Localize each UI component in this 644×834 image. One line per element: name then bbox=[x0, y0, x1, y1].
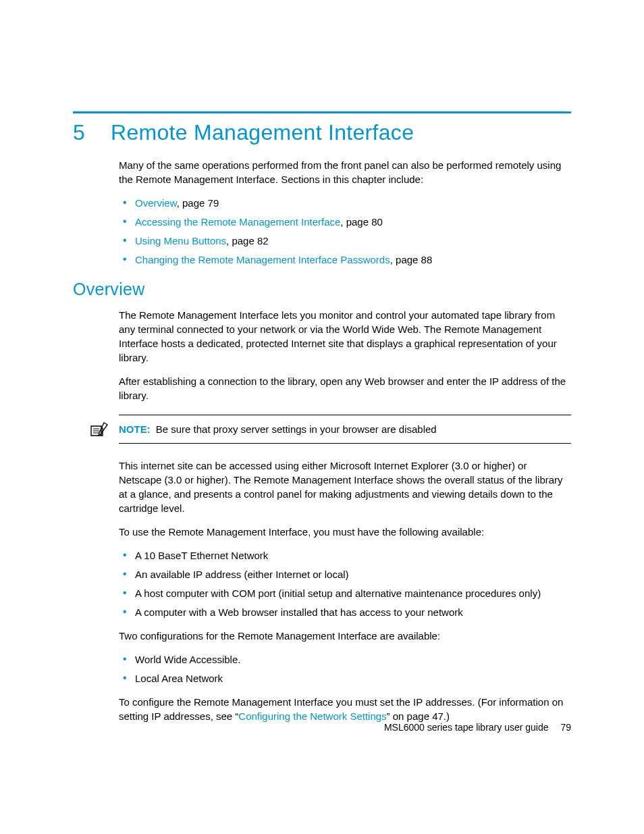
note-label: NOTE: bbox=[119, 423, 151, 435]
footer-page-number: 79 bbox=[560, 722, 571, 733]
toc-suffix: , page 82 bbox=[226, 235, 269, 246]
intro-paragraph: Many of the same operations performed fr… bbox=[119, 158, 571, 186]
note-body: Be sure that proxy server settings in yo… bbox=[156, 423, 437, 435]
toc-item: Overview, page 79 bbox=[135, 196, 571, 210]
overview-p2: After establishing a connection to the l… bbox=[119, 374, 571, 402]
chapter-title: Remote Management Interface bbox=[111, 120, 414, 145]
p6-post: ” on page 47.) bbox=[387, 710, 450, 722]
list-item: Local Area Network bbox=[135, 671, 571, 685]
requirements-list: A 10 BaseT Ethernet Network An available… bbox=[119, 548, 571, 619]
overview-p3: This internet site can be accessed using… bbox=[119, 459, 571, 515]
toc-suffix: , page 79 bbox=[177, 197, 219, 209]
toc-link[interactable]: Accessing the Remote Management Interfac… bbox=[135, 216, 340, 228]
list-item: An available IP address (either Internet… bbox=[135, 567, 571, 581]
section-heading-overview: Overview bbox=[73, 278, 571, 301]
toc-item: Using Menu Buttons, page 82 bbox=[135, 234, 571, 248]
chapter-number: 5 bbox=[73, 120, 111, 145]
toc-item: Changing the Remote Management Interface… bbox=[135, 253, 571, 267]
toc-suffix: , page 80 bbox=[340, 216, 383, 228]
overview-p5: Two configurations for the Remote Manage… bbox=[119, 629, 571, 643]
page: 5 Remote Management Interface Many of th… bbox=[0, 0, 644, 834]
toc-link[interactable]: Using Menu Buttons bbox=[135, 235, 226, 246]
overview-p4: To use the Remote Management Interface, … bbox=[119, 525, 571, 539]
page-footer: MSL6000 series tape library user guide 7… bbox=[384, 722, 571, 733]
toc-list: Overview, page 79 Accessing the Remote M… bbox=[119, 196, 571, 267]
config-network-link[interactable]: Configuring the Network Settings bbox=[238, 710, 386, 722]
chapter-heading: 5 Remote Management Interface bbox=[73, 120, 571, 145]
list-item: World Wide Accessible. bbox=[135, 652, 571, 667]
overview-p6: To configure the Remote Management Inter… bbox=[119, 695, 571, 723]
toc-link[interactable]: Overview bbox=[135, 197, 177, 209]
toc-suffix: , page 88 bbox=[390, 254, 433, 265]
list-item: A 10 BaseT Ethernet Network bbox=[135, 548, 571, 563]
list-item: A host computer with COM port (initial s… bbox=[135, 586, 571, 600]
chapter-rule bbox=[73, 111, 571, 113]
body-column: Many of the same operations performed fr… bbox=[119, 158, 571, 733]
footer-title: MSL6000 series tape library user guide bbox=[384, 722, 549, 733]
configs-list: World Wide Accessible. Local Area Networ… bbox=[119, 652, 571, 685]
note-icon bbox=[89, 421, 109, 438]
note-block: NOTE:Be sure that proxy server settings … bbox=[119, 415, 571, 444]
list-item: A computer with a Web browser installed … bbox=[135, 605, 571, 619]
toc-item: Accessing the Remote Management Interfac… bbox=[135, 215, 571, 229]
overview-p1: The Remote Management Interface lets you… bbox=[119, 308, 571, 365]
toc-link[interactable]: Changing the Remote Management Interface… bbox=[135, 254, 390, 265]
